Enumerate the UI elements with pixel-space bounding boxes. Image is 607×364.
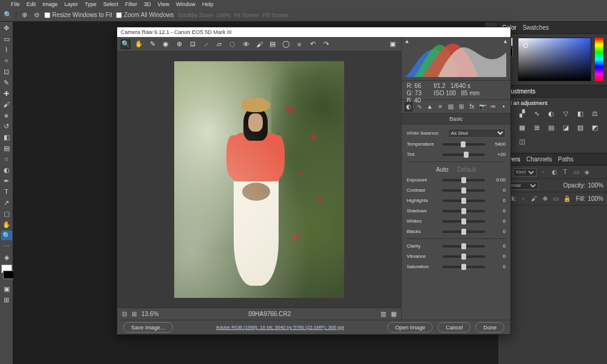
slider-blacks[interactable] xyxy=(443,231,485,233)
fit-screen[interactable]: Fit Screen xyxy=(234,12,259,18)
save-image-button[interactable]: Save Image... xyxy=(123,322,173,332)
zoom-minus-icon[interactable]: ⊟ xyxy=(122,311,127,317)
tab-basic-icon[interactable]: ◐ xyxy=(404,102,413,112)
adj-photo-icon[interactable]: ▦ xyxy=(517,123,527,133)
cr-straighten-icon[interactable]: ⟋ xyxy=(201,39,211,49)
preview-area[interactable] xyxy=(117,52,401,308)
slider-value[interactable]: 0 xyxy=(487,198,506,203)
filter-pixel-icon[interactable]: ▫ xyxy=(539,168,548,177)
shadow-clip-icon[interactable]: ▲ xyxy=(404,38,410,44)
filter-kind-select[interactable]: Kind xyxy=(513,168,537,177)
menu-view[interactable]: View xyxy=(158,1,169,7)
cr-gradient-icon[interactable]: ▤ xyxy=(268,39,277,49)
slider-contrast[interactable] xyxy=(443,189,485,192)
adj-lookup-icon[interactable]: ▤ xyxy=(546,123,557,133)
adj-thresh-icon[interactable]: ◩ xyxy=(589,123,600,133)
fill-screen[interactable]: Fill Screen xyxy=(263,12,289,18)
fill-value[interactable]: 100% xyxy=(588,195,603,202)
menu-select[interactable]: Select xyxy=(103,1,118,7)
cr-wb-icon[interactable]: ✎ xyxy=(148,39,157,49)
gradient-tool-icon[interactable]: ▤ xyxy=(1,143,12,153)
slider-value[interactable]: 0 xyxy=(487,254,506,259)
slider-saturation[interactable] xyxy=(443,266,485,268)
cr-spot-icon[interactable]: ◌ xyxy=(228,39,237,49)
zoom-in-icon[interactable]: ⊕ xyxy=(20,11,29,19)
filter-smart-icon[interactable]: ◈ xyxy=(583,168,591,177)
wand-tool-icon[interactable]: ✧ xyxy=(1,56,12,66)
dodge-tool-icon[interactable]: ◐ xyxy=(1,165,12,175)
tab-hsl-icon[interactable]: ≡ xyxy=(436,102,444,112)
lock-nest-icon[interactable]: ▭ xyxy=(552,195,560,203)
tab-fx-icon[interactable]: fx xyxy=(467,102,476,112)
slider-shadows[interactable] xyxy=(443,210,485,212)
workflow-link[interactable]: Adobe RGB (1998); 16 bit; 3840 by 5760 (… xyxy=(216,325,344,330)
zoom-all-check[interactable]: Zoom All Windows xyxy=(116,12,174,18)
tab-presets-icon[interactable]: ≔ xyxy=(489,102,497,112)
slider-value[interactable]: 0.00 xyxy=(487,177,506,183)
cr-crop-icon[interactable]: ⊡ xyxy=(188,39,197,49)
slider-value[interactable]: 5400 xyxy=(487,141,506,147)
tab-split-icon[interactable]: ▤ xyxy=(447,102,455,112)
history-brush-icon[interactable]: ↺ xyxy=(1,121,12,131)
shape-tool-icon[interactable]: ▢ xyxy=(1,209,12,218)
zoom-level[interactable]: 13.6% xyxy=(141,311,158,317)
histogram[interactable]: ▲ ▲ xyxy=(402,37,510,81)
eyedropper-tool-icon[interactable]: ✎ xyxy=(1,78,12,87)
tab-curve-icon[interactable]: ∿ xyxy=(415,102,423,112)
adj-curves-icon[interactable]: ∿ xyxy=(531,109,542,119)
menu-layer[interactable]: Layer xyxy=(64,1,78,7)
menu-3d[interactable]: 3D xyxy=(144,1,151,7)
menu-file[interactable]: File xyxy=(11,1,20,7)
blur-tool-icon[interactable]: ○ xyxy=(1,154,12,164)
zoom-tool-icon[interactable]: 🔍 xyxy=(4,11,12,19)
filter-shape-icon[interactable]: ▭ xyxy=(572,168,580,177)
adj-mixer-icon[interactable]: ⊞ xyxy=(531,123,542,133)
menu-edit[interactable]: Edit xyxy=(27,1,36,7)
lock-trans-icon[interactable]: ▫ xyxy=(519,195,527,203)
slider-tint[interactable] xyxy=(443,153,485,156)
slider-whites[interactable] xyxy=(443,220,485,223)
lock-all-icon[interactable]: 🔒 xyxy=(563,195,571,203)
cr-colorpick-icon[interactable]: ◉ xyxy=(161,39,171,49)
screenmode-icon[interactable]: ⊞ xyxy=(1,295,12,305)
zoom-plus-icon[interactable]: ⊞ xyxy=(132,311,137,317)
slider-value[interactable]: 0 xyxy=(487,243,506,249)
slider-value[interactable]: 0 xyxy=(487,264,506,269)
crop-tool-icon[interactable]: ⊡ xyxy=(1,67,12,76)
opacity-value[interactable]: 100% xyxy=(588,182,603,189)
menu-image[interactable]: Image xyxy=(42,1,58,7)
slider-vibrance[interactable] xyxy=(443,255,485,258)
zoom-100[interactable]: 100% xyxy=(217,12,231,18)
slider-value[interactable]: 0 xyxy=(487,208,506,214)
hue-slider[interactable] xyxy=(595,38,603,81)
adj-hue-icon[interactable]: ◧ xyxy=(575,109,586,119)
lock-pos-icon[interactable]: ✥ xyxy=(541,195,549,203)
slider-temperature[interactable] xyxy=(443,143,485,146)
cr-prefs-icon[interactable]: ≡ xyxy=(294,39,304,49)
tab-lens-icon[interactable]: ⊞ xyxy=(457,102,466,112)
background-color[interactable] xyxy=(3,271,14,279)
tab-swatches[interactable]: Swatches xyxy=(523,24,549,31)
cr-rotate-l-icon[interactable]: ↶ xyxy=(308,39,317,49)
fg-bg-swap-icon[interactable]: ◈ xyxy=(1,252,12,262)
open-image-button[interactable]: Open Image xyxy=(387,322,433,332)
quickmask-icon[interactable]: ▣ xyxy=(1,284,12,294)
cr-rotate-r-icon[interactable]: ↷ xyxy=(321,39,331,49)
resize-windows-check[interactable]: Resize Windows to Fit xyxy=(44,12,112,18)
menu-type[interactable]: Type xyxy=(85,1,97,7)
pen-tool-icon[interactable]: ✒ xyxy=(1,176,12,186)
heal-tool-icon[interactable]: ✚ xyxy=(1,89,12,98)
zoom-tool-active-icon[interactable]: 🔍 xyxy=(1,231,12,240)
slider-value[interactable]: +20 xyxy=(487,152,506,157)
path-tool-icon[interactable]: ↗ xyxy=(1,198,12,207)
default-link[interactable]: Default xyxy=(457,166,476,173)
lasso-tool-icon[interactable]: ⌇ xyxy=(1,45,12,55)
cr-hand-icon[interactable]: ✋ xyxy=(134,39,144,49)
tab-detail-icon[interactable]: ▲ xyxy=(426,102,434,112)
text-tool-icon[interactable]: T xyxy=(1,187,12,197)
slider-value[interactable]: 0 xyxy=(487,187,506,193)
tab-camera-icon[interactable]: 📷 xyxy=(478,102,487,112)
menu-filter[interactable]: Filter xyxy=(125,1,137,7)
highlight-clip-icon[interactable]: ▲ xyxy=(503,38,508,44)
slider-value[interactable]: 0 xyxy=(487,229,506,234)
